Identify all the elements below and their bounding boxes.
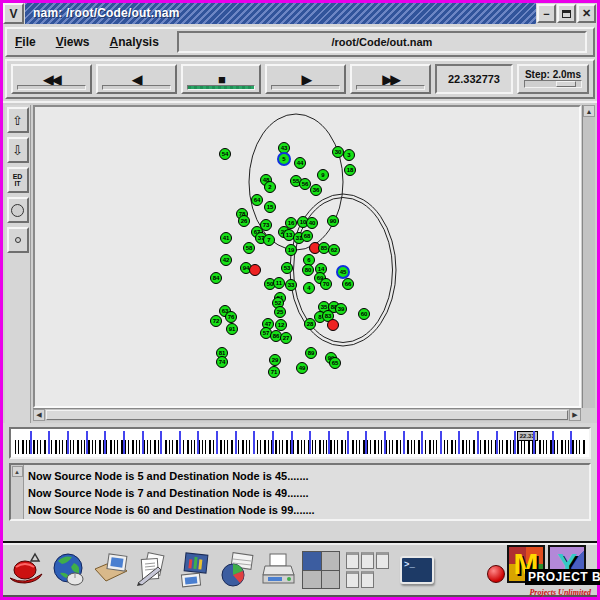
network-node[interactable]: 28 — [304, 318, 316, 330]
window-list[interactable] — [343, 548, 395, 592]
rewind-button[interactable]: ◀◀ — [11, 64, 92, 94]
network-node[interactable]: 40 — [306, 217, 318, 229]
network-node[interactable]: 29 — [269, 354, 281, 366]
network-node[interactable]: 74 — [216, 356, 228, 368]
network-node[interactable] — [327, 319, 339, 331]
network-node[interactable]: 80 — [302, 264, 314, 276]
network-node[interactable]: 3 — [343, 149, 355, 161]
workspace-2[interactable] — [322, 552, 340, 570]
network-node[interactable]: 33 — [285, 279, 297, 291]
network-node[interactable]: 54 — [219, 148, 231, 160]
timeline-gridline — [235, 431, 237, 454]
printer-icon[interactable] — [259, 548, 299, 592]
terminal-icon[interactable]: >_ — [397, 548, 437, 592]
workspace-3[interactable] — [303, 571, 321, 589]
timeline-track[interactable]: 22.33 — [11, 429, 589, 457]
network-node[interactable]: 42 — [220, 254, 232, 266]
scroll-up-arrow[interactable]: ▲ — [583, 105, 595, 117]
network-node[interactable]: 60 — [358, 308, 370, 320]
menu-analysis[interactable]: Analysis — [108, 33, 161, 51]
network-node[interactable]: 49 — [296, 362, 308, 374]
network-node[interactable]: 26 — [238, 215, 250, 227]
timeline-gridline — [253, 431, 255, 454]
console-scroll-up-arrow[interactable]: ▲ — [12, 466, 23, 477]
hscroll-thumb[interactable] — [46, 410, 568, 420]
minimize-button[interactable]: − — [537, 4, 556, 23]
network-node[interactable]: 2 — [264, 181, 276, 193]
window-list-grid — [346, 550, 392, 590]
network-node[interactable] — [249, 264, 261, 276]
window-thumb[interactable] — [361, 552, 374, 569]
network-node[interactable]: 7 — [263, 234, 275, 246]
play-button[interactable]: ▶ — [265, 64, 346, 94]
network-node[interactable]: 90 — [327, 215, 339, 227]
step-rate-slider[interactable] — [524, 80, 582, 88]
window-thumb[interactable] — [346, 571, 359, 588]
network-node[interactable]: 72 — [210, 315, 222, 327]
network-node[interactable]: 84 — [210, 272, 222, 284]
web-browser-icon[interactable] — [49, 548, 89, 592]
network-node[interactable]: 58 — [243, 242, 255, 254]
workspace-4[interactable] — [322, 571, 340, 589]
network-node[interactable]: 66 — [342, 278, 354, 290]
network-node[interactable]: 36 — [310, 184, 322, 196]
node-size-small-button[interactable] — [7, 227, 29, 253]
network-node[interactable]: 19 — [285, 244, 297, 256]
network-node[interactable]: 65 — [329, 357, 341, 369]
workspace-switcher[interactable] — [301, 548, 341, 592]
network-node[interactable]: 44 — [294, 157, 306, 169]
network-node[interactable]: 18 — [344, 164, 356, 176]
spreadsheet-icon[interactable] — [217, 548, 257, 592]
menu-views[interactable]: Views — [54, 33, 92, 51]
network-node[interactable]: 9 — [317, 169, 329, 181]
network-node[interactable]: 71 — [268, 366, 280, 378]
step-back-button[interactable]: ◀ — [96, 64, 177, 94]
step-slider-thumb[interactable] — [556, 81, 576, 87]
fast-forward-button[interactable]: ▶▶ — [350, 64, 431, 94]
network-node[interactable]: 64 — [251, 194, 263, 206]
network-node[interactable]: 11 — [273, 277, 285, 289]
network-node[interactable]: 45 — [336, 265, 350, 279]
network-node[interactable]: 53 — [281, 262, 293, 274]
console-scrollbar[interactable]: ▲ — [11, 465, 24, 519]
timeline-gridline — [104, 431, 106, 454]
network-node[interactable]: 91 — [226, 323, 238, 335]
network-node[interactable]: 5 — [277, 152, 291, 166]
stop-button[interactable]: ■ — [181, 64, 262, 94]
network-node[interactable]: 68 — [301, 230, 313, 242]
presentation-icon[interactable] — [175, 548, 215, 592]
window-thumb[interactable] — [361, 571, 374, 588]
edit-button[interactable]: ED IT — [7, 167, 29, 193]
network-node[interactable]: 62 — [328, 244, 340, 256]
network-node[interactable]: 89 — [305, 347, 317, 359]
node-size-large-button[interactable] — [7, 197, 29, 223]
network-node[interactable]: 27 — [280, 332, 292, 344]
window-menu-button[interactable]: V — [3, 3, 24, 24]
word-processor-icon[interactable] — [133, 548, 173, 592]
network-node[interactable]: 15 — [264, 201, 276, 213]
network-node[interactable]: 25 — [274, 306, 286, 318]
scroll-right-arrow[interactable]: ▶ — [569, 409, 581, 421]
event-timeline[interactable]: 22.33 — [9, 427, 591, 459]
zoom-in-button[interactable]: ⇧ — [7, 107, 29, 133]
network-animation-canvas[interactable]: 5443544303189482555636641578267316104090… — [33, 105, 581, 408]
email-icon[interactable] — [91, 548, 131, 592]
zoom-out-button[interactable]: ⇩ — [7, 137, 29, 163]
menu-file[interactable]: File — [13, 33, 38, 51]
canvas-vertical-scrollbar[interactable]: ▲ — [582, 105, 595, 408]
network-node[interactable]: 4 — [303, 282, 315, 294]
close-button[interactable]: ✕ — [577, 4, 596, 23]
canvas-horizontal-scrollbar[interactable]: ◀ ▶ — [33, 408, 581, 421]
network-node[interactable]: 39 — [335, 303, 347, 315]
maximize-button[interactable] — [557, 4, 576, 23]
scroll-left-arrow[interactable]: ◀ — [33, 409, 45, 421]
network-node[interactable]: 76 — [225, 311, 237, 323]
redhat-menu-icon[interactable] — [7, 548, 47, 592]
workspace-1-active[interactable] — [303, 552, 321, 570]
network-node[interactable]: 41 — [220, 232, 232, 244]
console-messages: Now Source Node is 5 and Destination Nod… — [24, 465, 589, 519]
window-thumb[interactable] — [376, 552, 389, 569]
titlebar: V nam: /root/Code/out.nam − ✕ — [3, 3, 597, 24]
window-thumb[interactable] — [346, 552, 359, 569]
network-node[interactable]: 70 — [320, 278, 332, 290]
